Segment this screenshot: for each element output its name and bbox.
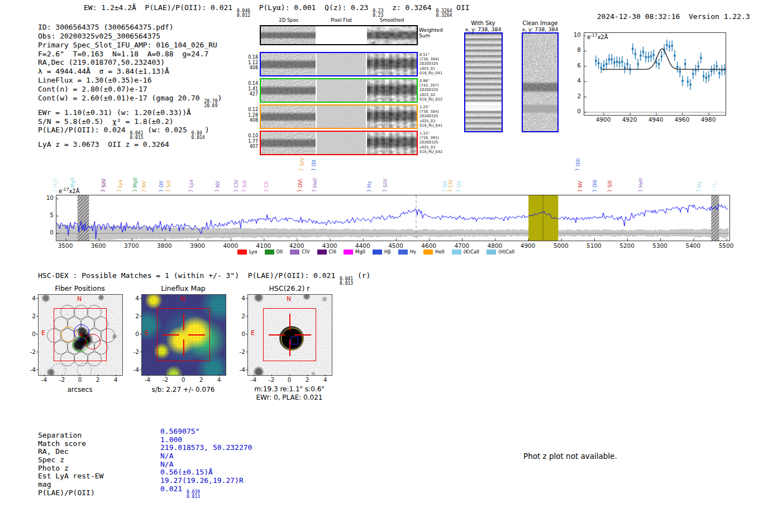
text-segment: P(Lyα): 0.001 Q(z): 0.23 [250, 3, 373, 12]
cutout-fiber-xtickmark [62, 375, 63, 376]
match-value: 19.27(19.26,19.27)R [160, 477, 252, 485]
text-segment: ) [205, 126, 209, 134]
text-segment: 219.018573, 50.232270 [160, 443, 252, 452]
info-line-2: Obs: 20200325v025_3006564375 [38, 32, 222, 41]
spec-line-bracket: { [263, 187, 268, 195]
match-label: Separation [38, 432, 103, 440]
cutout-hsc-extract-box [263, 308, 316, 361]
fiber-meta-line: 016_RU_041 [419, 71, 442, 75]
info-line-7: LineFlux = 1.30(±0.35)e-16 [38, 76, 222, 85]
stacked-uncertainty: 0.040.014 [192, 131, 205, 140]
fiber-weight-value: 1.28 [246, 113, 258, 118]
spec-ytick-10: 10 [44, 194, 54, 201]
row4-pixelflat-noise [317, 132, 366, 154]
cutout-lineflux-xtickmark [201, 375, 202, 376]
cutout-lineflux-xtick: 4 [212, 376, 226, 383]
spectrum-svg [56, 195, 729, 241]
spec-line-bracket: { [441, 187, 446, 195]
cutout-fiber-xlabel: arcsecs [32, 386, 127, 394]
legend-item-(H)CaII: (H)CaII [487, 249, 514, 255]
match-label: RA, Dec [38, 448, 103, 456]
spec2d-band-overlay [261, 132, 316, 154]
text-segment: ) [218, 94, 222, 102]
fiber-row-weights-2: 0.141.41427 [246, 81, 258, 97]
spec-xtick-5100: 5100 [583, 242, 605, 249]
cutout-lineflux-ytick: 2 [128, 313, 139, 319]
spec-line-label-MgII: MgII [53, 178, 58, 188]
match-label: Est LyA rest-EW [38, 472, 103, 481]
match-table-values: 0.569075"1.000219.018573, 50.232270N/AN/… [160, 428, 252, 499]
compass-n: N [180, 295, 185, 303]
cutout-fiber-xtick: -4 [37, 376, 51, 383]
spec2d-cell-row1-pixelflat [317, 53, 366, 75]
weighted-sum-label-line: Weighted [419, 27, 443, 33]
fiber-meta-line: 20200325 [419, 61, 442, 66]
text-segment: RA,Dec (219.018707,50.232403) [38, 58, 165, 66]
text-segment: HSC-DEX : Possible Matches = 1 (within +… [38, 271, 340, 280]
sky-panel-image-2 [522, 32, 559, 132]
cutout-hsc-xtick: -4 [247, 376, 260, 383]
compass-e: E [145, 329, 149, 337]
spec2d-cell-row1-2dspec [261, 53, 316, 75]
text-segment: S/N = 5.8(±0.5) χ² = 1.8(±0.2) [38, 117, 174, 126]
legend-swatch [344, 250, 353, 255]
cutout-hsc-xtick: 2 [301, 376, 314, 383]
fiber-meta-line: 20200325 [419, 88, 442, 92]
text-segment: N/A [160, 452, 173, 460]
text-segment: 19.27(19.26,19.27)R [160, 476, 244, 485]
spec-line-bracket: { [214, 187, 219, 195]
fiber-row-meta-1: 0.51"(738, 384)20200325v025_01016_RU_041 [419, 52, 442, 75]
cutout-lineflux-xtick: -2 [159, 376, 172, 383]
stacked-uncertainty: 0.230.23 [373, 9, 383, 18]
photz-note: Phot z plot not available. [523, 452, 617, 461]
cutout-hsc-ytick: 4 [234, 295, 245, 301]
spec-line-bracket: { [382, 187, 387, 195]
cutout-lineflux-ytickmark [140, 298, 141, 299]
sky-panel-title-2: Clean Image [509, 20, 571, 26]
spec2d-band-overlay [367, 106, 417, 128]
legend-label: OII [276, 249, 283, 255]
cutout-lineflux-xtickmark [165, 375, 166, 376]
fiber-meta-line: (738, 393) [419, 136, 442, 140]
info-line-6: λ = 4944.44Å σ = 3.84(±1.13)Å [38, 67, 222, 76]
spec2d-cell-row4-pixelflat [317, 132, 366, 154]
cutout-fiber-xtickmark [44, 375, 45, 376]
fiber-meta-line: 016_RU_042 [419, 150, 442, 154]
cutout-lineflux-xtick: 0 [177, 376, 190, 383]
info-line-13: LyA z = 3.0673 OII z = 0.3264 [38, 140, 222, 149]
cutout-hsc-xtickmark [325, 375, 326, 376]
corner-source-blob [46, 368, 55, 376]
fiber-meta-line: 016_RU_041 [419, 123, 442, 128]
line-fit-plot [584, 32, 726, 116]
spec-line-bracket: { [100, 187, 105, 195]
fiber-meta-line: 20200325 [419, 140, 442, 145]
spec-line-label-HeII: HeII [638, 178, 643, 188]
fiber-weight-value: 407 [246, 144, 258, 150]
spec2d-cell-row2-pixelflat [317, 79, 366, 102]
match-label: mag [38, 481, 103, 489]
spec2d-col-title-3: Smoothed [367, 17, 417, 23]
cutout-hsc-ytickmark [246, 370, 247, 370]
fit-ylabel: e-17x2Å [586, 34, 609, 40]
cutout-hsc-ytick: -2 [234, 348, 245, 355]
cutout-hsc-ytick: 0 [234, 330, 245, 337]
fiber-weight-value: 0.10 [246, 133, 258, 139]
spec2d-cell-row2-2dspec [261, 79, 316, 102]
cutout-fiber-xtickmark [98, 375, 98, 376]
fit-ytick-8: 8 [563, 46, 581, 53]
spec-xtick-3700: 3700 [120, 242, 142, 249]
faint-source-blob [311, 371, 316, 376]
spec2d-cell-row1-smoothed [367, 53, 417, 75]
fiber-meta-line: (738, 384) [419, 57, 442, 61]
legend-item-Hγ: Hγ [398, 249, 416, 255]
legend-swatch [398, 250, 408, 255]
spec-line-bracket: { [574, 166, 579, 174]
fit-xtick-4900: 4900 [592, 116, 614, 123]
spec-xtick-5000: 5000 [550, 242, 572, 249]
legend-label: CIII [329, 249, 336, 255]
cutout-hsc-ytickmark [246, 334, 247, 334]
fiber-meta-line: v025_03 [419, 119, 442, 123]
spec-xtick-5400: 5400 [682, 242, 704, 249]
cutout-hsc-xlabel: m:19.3 re:1.1" s:0.6" [242, 385, 337, 393]
clean-bands [523, 33, 557, 131]
